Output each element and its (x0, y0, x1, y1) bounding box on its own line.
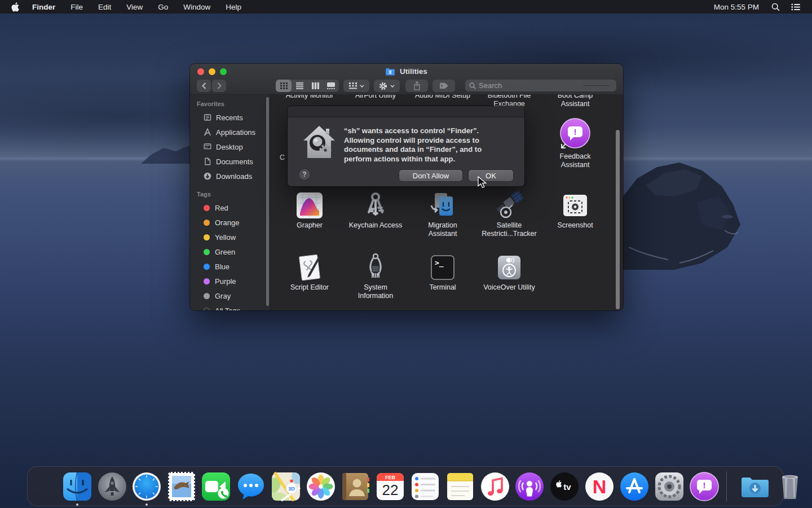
notification-center-button[interactable] (791, 3, 801, 11)
svg-text:FEB: FEB (385, 475, 396, 480)
sidebar-item-desktop[interactable]: Desktop (202, 140, 269, 154)
search-field-line (583, 85, 609, 86)
dock-news-icon[interactable]: N (584, 471, 615, 502)
menu-item-view[interactable]: View (126, 3, 143, 11)
ok-button[interactable]: OK (469, 170, 513, 181)
sidebar-tag-gray[interactable]: Gray (202, 289, 269, 303)
svg-text:3D: 3D (288, 486, 295, 492)
dialog-titlebar (288, 106, 524, 117)
app-migration-assistant[interactable]: MigrationAssistant (412, 190, 474, 238)
app-voiceover-utility[interactable]: VoiceOver Utility (478, 252, 540, 292)
dock-podcasts-icon[interactable] (514, 471, 545, 502)
dock-music-icon[interactable] (479, 471, 511, 502)
window-title: Utilities (190, 67, 623, 77)
view-mode-segmented-control (276, 80, 339, 92)
dock-tv-icon[interactable]: tv (549, 471, 580, 502)
tag-icon (439, 82, 449, 89)
dock-facetime-icon[interactable] (200, 471, 232, 502)
menu-item-edit[interactable]: Edit (98, 3, 111, 11)
chevron-down-icon (390, 85, 395, 87)
search-placeholder: Search (479, 81, 583, 90)
dock-notes-icon[interactable] (444, 471, 476, 502)
dock-launchpad-icon[interactable] (96, 471, 128, 502)
sidebar-tag-blue[interactable]: Blue (202, 260, 269, 273)
menu-item-file[interactable]: File (70, 3, 83, 11)
view-list-button[interactable] (292, 80, 307, 92)
view-icons-button[interactable] (276, 80, 292, 92)
sidebar-tag-orange[interactable]: Orange (202, 216, 269, 229)
list-icon (791, 3, 801, 11)
dock-system-preferences-icon[interactable] (654, 471, 685, 502)
orange-tag-dot (204, 220, 210, 226)
dock-app-store-icon[interactable] (619, 471, 650, 502)
dock-safari-icon[interactable] (131, 471, 162, 502)
search-input[interactable]: Search (465, 80, 616, 91)
dock-contacts-icon[interactable] (339, 471, 371, 502)
sidebar-item-downloads[interactable]: Downloads (202, 169, 269, 183)
content-scrollbar[interactable] (616, 130, 620, 309)
sidebar-item-recents[interactable]: Recents (202, 111, 269, 124)
dock-separator (726, 471, 727, 502)
dock-finder-icon[interactable] (61, 471, 93, 502)
dock-downloads-folder-icon[interactable] (739, 471, 771, 502)
all-tags-dot (204, 308, 210, 311)
app-activity-monitor[interactable]: Activity Monitor (279, 95, 341, 100)
wallpaper-cliff (612, 163, 758, 270)
sidebar-tag-purple[interactable]: Purple (202, 274, 269, 288)
dock-calendar-icon[interactable]: FEB 22 (374, 471, 406, 502)
tag-button[interactable] (433, 80, 455, 92)
app-satellite-tracker[interactable]: SatelliteRestricti...Tracker (478, 190, 540, 238)
spotlight-button[interactable] (771, 3, 780, 11)
dock-feedback-assistant-icon[interactable]: ! (689, 471, 720, 502)
share-button[interactable] (405, 80, 428, 92)
yellow-tag-dot (204, 234, 210, 240)
sidebar-tag-green[interactable]: Green (202, 245, 269, 259)
sidebar-item-documents[interactable]: Documents (202, 155, 269, 168)
view-columns-button[interactable] (307, 80, 323, 92)
search-icon (469, 82, 476, 89)
app-boot-camp-assistant[interactable]: Boot CampAssistant (544, 95, 606, 108)
sidebar-tag-red[interactable]: Red (202, 201, 269, 214)
app-feedback-assistant[interactable]: ! FeedbackAssistant (544, 117, 606, 169)
dock-mail-icon[interactable] (166, 471, 197, 502)
help-button[interactable]: ? (299, 169, 310, 180)
action-button[interactable] (374, 80, 400, 92)
dock-trash-icon[interactable] (774, 471, 806, 502)
sidebar-item-applications[interactable]: Applications (202, 125, 269, 139)
app-terminal[interactable]: >_ Terminal (412, 252, 474, 292)
back-button[interactable] (197, 80, 211, 92)
dialog-message: “sh” wants access to control “Finder”. A… (344, 126, 516, 164)
dont-allow-button[interactable]: Don’t Allow (399, 170, 462, 181)
gear-icon (379, 82, 387, 90)
automation-home-gear-icon (301, 124, 337, 161)
view-gallery-button[interactable] (323, 80, 339, 92)
dock: 3D FEB 22 (27, 466, 784, 506)
app-script-editor[interactable]: Script Editor (279, 252, 341, 292)
finder-running-indicator (76, 503, 78, 506)
app-system-information[interactable]: SystemInformation (345, 252, 407, 300)
menu-item-go[interactable]: Go (158, 3, 168, 11)
apple-menu[interactable] (11, 2, 20, 12)
menu-bar-clock[interactable]: Mon 5:55 PM (714, 3, 759, 11)
dock-messages-icon[interactable] (235, 471, 267, 502)
sidebar-tag-yellow[interactable]: Yellow (202, 230, 269, 244)
group-by-button[interactable] (343, 80, 369, 92)
dock-reminders-icon[interactable] (409, 471, 441, 502)
app-airport-utility[interactable]: AirPort Utility (345, 95, 407, 100)
app-keychain-access[interactable]: Keychain Access (345, 190, 407, 230)
partial-app-label[interactable]: C (280, 154, 285, 161)
app-audio-midi-setup[interactable]: Audio MIDI Setup (412, 95, 474, 100)
sidebar-tag-all-tags[interactable]: All Tags (202, 304, 269, 310)
dock-photos-icon[interactable] (305, 471, 337, 502)
menu-item-window[interactable]: Window (183, 3, 210, 11)
menu-item-help[interactable]: Help (226, 3, 241, 11)
app-screenshot[interactable]: Screenshot (544, 190, 606, 230)
downloads-icon (202, 172, 212, 181)
gray-tag-dot (204, 293, 210, 299)
forward-button[interactable] (212, 80, 226, 92)
sidebar-scrollbar[interactable] (266, 97, 269, 306)
menu-item-finder[interactable]: Finder (32, 3, 55, 11)
app-grapher[interactable]: Grapher (279, 190, 341, 230)
dock-maps-icon[interactable]: 3D (270, 471, 302, 502)
svg-text:tv: tv (563, 482, 571, 492)
